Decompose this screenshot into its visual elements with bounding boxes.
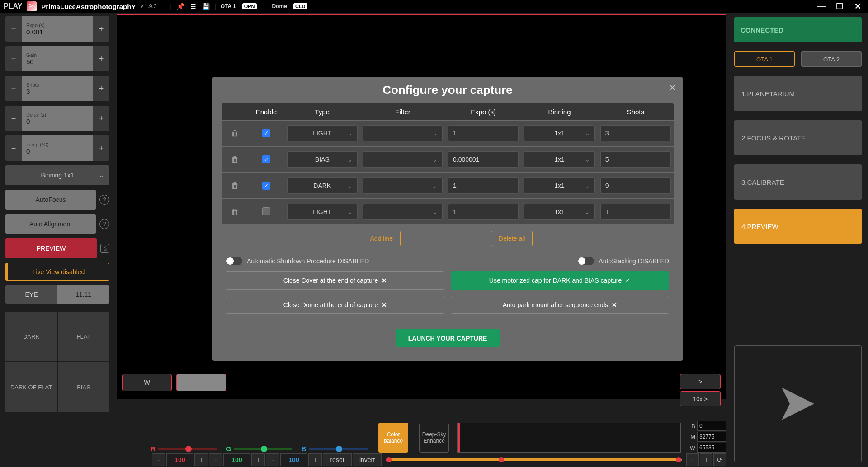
modal-title: Configure your capture (212, 83, 683, 97)
toggle-switch[interactable] (226, 257, 242, 265)
binning-select[interactable]: 1x1⌄ (524, 151, 594, 168)
trash-icon[interactable]: 🗑 (231, 181, 239, 190)
motorized-cap-label: Use motorized cap for DARK and BIAS capt… (489, 277, 622, 284)
type-value: LIGHT (313, 130, 331, 137)
x-icon: ✕ (612, 301, 617, 308)
close-dome-option[interactable]: Close Dome at the end of capture✕ (226, 296, 444, 314)
shots-input[interactable]: 9 (600, 177, 671, 194)
auto-park-option[interactable]: Auto park mount after sequence ends✕ (451, 296, 669, 314)
type-value: LIGHT (313, 208, 331, 215)
col-filter: Filter (360, 108, 445, 116)
binning-select[interactable]: 1x1⌄ (524, 204, 594, 220)
auto-park-label: Auto park mount after sequence ends (503, 301, 608, 308)
expo-input[interactable]: 1 (448, 204, 519, 220)
shots-input[interactable]: 3 (600, 125, 671, 141)
filter-select[interactable]: ⌄ (363, 204, 443, 220)
filter-select[interactable]: ⌄ (363, 177, 443, 194)
binning-value: 1x1 (554, 156, 565, 163)
col-type: Type (284, 108, 360, 116)
expo-input[interactable]: 1 (448, 177, 519, 194)
x-icon: ✕ (382, 301, 387, 308)
binning-value: 1x1 (554, 130, 565, 137)
binning-value: 1x1 (554, 182, 565, 189)
col-shots: Shots (598, 108, 674, 116)
capture-row: 🗑 ✓ LIGHT⌄ ⌄ 1 1x1⌄ 3 (222, 120, 674, 146)
type-select[interactable]: BIAS⌄ (287, 151, 358, 168)
enable-checkbox[interactable]: ✓ (262, 182, 270, 190)
trash-icon[interactable]: 🗑 (231, 129, 239, 138)
col-enable: Enable (248, 108, 284, 116)
shots-input[interactable]: 1 (600, 204, 671, 220)
delete-all-button[interactable]: Delete all (491, 231, 533, 246)
binning-select[interactable]: 1x1⌄ (524, 125, 594, 141)
close-cover-option[interactable]: Close Cover at the end of capture✕ (226, 271, 444, 290)
add-line-button[interactable]: Add line (363, 231, 401, 246)
motorized-cap-option[interactable]: Use motorized cap for DARK and BIAS capt… (451, 271, 669, 290)
type-select[interactable]: DARK⌄ (287, 177, 358, 194)
x-icon: ✕ (382, 277, 387, 284)
toggle-switch[interactable] (578, 257, 594, 265)
capture-row: 🗑 LIGHT⌄ ⌄ 1 1x1⌄ 1 (222, 198, 674, 224)
enable-checkbox[interactable] (262, 207, 270, 215)
type-value: BIAS (315, 156, 330, 163)
binning-select[interactable]: 1x1⌄ (524, 177, 594, 194)
check-icon: ✓ (625, 277, 631, 284)
trash-icon[interactable]: 🗑 (231, 155, 239, 164)
configure-capture-modal: ✕ Configure your capture Enable Type Fil… (212, 77, 683, 361)
type-value: DARK (313, 182, 331, 189)
capture-row: 🗑 ✓ DARK⌄ ⌄ 1 1x1⌄ 9 (222, 172, 674, 198)
expo-input[interactable]: 0.000001 (448, 151, 519, 168)
type-select[interactable]: LIGHT⌄ (287, 125, 358, 141)
binning-value: 1x1 (554, 208, 565, 215)
enable-checkbox[interactable]: ✓ (262, 155, 270, 163)
enable-checkbox[interactable]: ✓ (262, 129, 270, 137)
autostack-label: AutoStacking DISABLED (599, 257, 669, 265)
auto-shutdown-toggle[interactable]: Automatic Shutdown Procedure DISABLED (226, 257, 369, 265)
filter-select[interactable]: ⌄ (363, 125, 443, 141)
close-cover-label: Close Cover at the end of capture (283, 277, 378, 284)
launch-capture-button[interactable]: LAUNCH YOUR CAPTURE (396, 329, 500, 347)
shots-input[interactable]: 5 (600, 151, 671, 168)
capture-row: 🗑 ✓ BIAS⌄ ⌄ 0.000001 1x1⌄ 5 (222, 146, 674, 172)
trash-icon[interactable]: 🗑 (231, 207, 239, 216)
close-dome-label: Close Dome at the end of capture (283, 301, 378, 308)
type-select[interactable]: LIGHT⌄ (287, 204, 358, 220)
col-binning: Binning (521, 108, 597, 116)
auto-shutdown-label: Automatic Shutdown Procedure DISABLED (247, 257, 369, 265)
autostack-toggle[interactable]: AutoStacking DISABLED (578, 257, 669, 265)
capture-table: Enable Type Filter Expo (s) Binning Shot… (222, 103, 674, 224)
expo-input[interactable]: 1 (448, 125, 519, 141)
filter-select[interactable]: ⌄ (363, 151, 443, 168)
col-expo: Expo (s) (445, 108, 521, 116)
close-modal-icon[interactable]: ✕ (669, 82, 676, 93)
